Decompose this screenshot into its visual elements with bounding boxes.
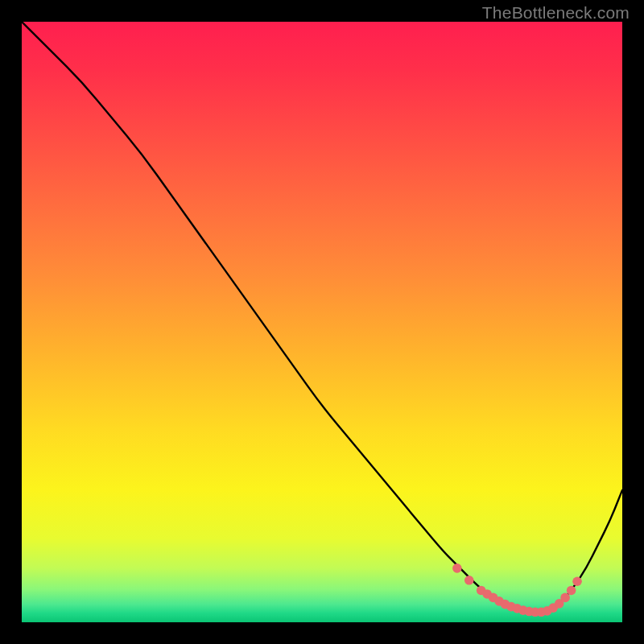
chart-frame: TheBottleneck.com bbox=[0, 0, 644, 644]
optimum-marker bbox=[464, 576, 474, 585]
optimum-marker bbox=[452, 564, 462, 573]
optimum-marker bbox=[560, 593, 570, 603]
plot-area bbox=[22, 22, 622, 622]
optimum-marker bbox=[567, 586, 576, 596]
gradient-background bbox=[22, 22, 622, 622]
watermark-label: TheBottleneck.com bbox=[482, 3, 630, 23]
optimum-marker bbox=[572, 576, 582, 586]
chart-svg bbox=[22, 22, 622, 622]
